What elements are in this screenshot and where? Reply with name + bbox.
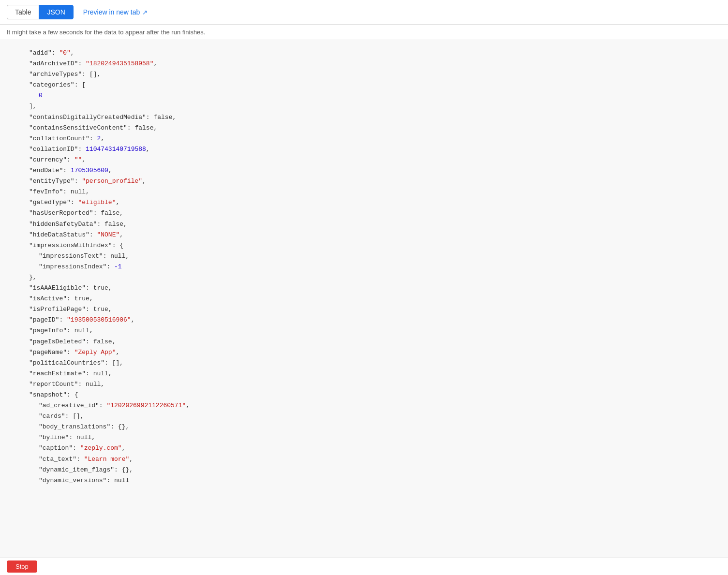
- toolbar: Table JSON Preview in new tab ↗: [0, 0, 728, 25]
- json-line: "collationID": 1104743140719588,: [10, 144, 718, 155]
- json-line: "politicalCountries": [],: [10, 358, 718, 369]
- json-line: "collationCount": 2,: [10, 133, 718, 144]
- json-line: ],: [10, 101, 718, 112]
- json-line: "hideDataStatus": "NONE",: [10, 230, 718, 240]
- json-line: "dynamic_versions": null: [10, 475, 718, 486]
- json-line: "pageName": "Zeply App",: [10, 347, 718, 358]
- external-link-icon: ↗: [142, 9, 148, 16]
- json-line: "reportCount": null,: [10, 379, 718, 390]
- json-line: 0: [10, 90, 718, 101]
- json-line: "containsDigitallyCreatedMedia": false,: [10, 112, 718, 123]
- json-line: "adid": "0",: [10, 48, 718, 59]
- json-line: "hasUserReported": false,: [10, 208, 718, 219]
- json-line: "impressionsWithIndex": {: [10, 240, 718, 251]
- json-line: "gatedType": "eligible",: [10, 197, 718, 208]
- json-line: "reachEstimate": null,: [10, 369, 718, 379]
- json-line: "endDate": 1705305600,: [10, 165, 718, 176]
- json-line: "adArchiveID": "1820249435158958",: [10, 59, 718, 69]
- json-line: "byline": null,: [10, 432, 718, 443]
- json-line: "isAAAEligible": true,: [10, 283, 718, 294]
- json-line: "snapshot": {: [10, 390, 718, 400]
- json-line: "entityType": "person_profile",: [10, 176, 718, 187]
- preview-new-tab-link[interactable]: Preview in new tab ↗: [83, 8, 148, 16]
- json-line: "archiveTypes": [],: [10, 69, 718, 80]
- json-line: "isActive": true,: [10, 294, 718, 304]
- json-line: "impressionsIndex": -1: [10, 262, 718, 272]
- json-line: "caption": "zeply.com",: [10, 443, 718, 454]
- json-line: "dynamic_item_flags": {},: [10, 465, 718, 475]
- json-line: "body_translations": {},: [10, 422, 718, 432]
- bottom-bar: Stop: [0, 558, 728, 575]
- json-line: "pageInfo": null,: [10, 325, 718, 336]
- json-line: "isProfilePage": true,: [10, 304, 718, 315]
- tab-table-button[interactable]: Table: [7, 5, 39, 19]
- json-line: "cards": [],: [10, 411, 718, 422]
- json-line: "categories": [: [10, 80, 718, 90]
- json-line: "cta_text": "Learn more",: [10, 454, 718, 465]
- json-viewer: "adid": "0","adArchiveID": "182024943515…: [0, 40, 728, 572]
- tab-json-button[interactable]: JSON: [39, 5, 73, 19]
- json-line: "impressionsText": null,: [10, 251, 718, 262]
- json-line: "fevInfo": null,: [10, 187, 718, 197]
- stop-button[interactable]: Stop: [7, 560, 37, 573]
- info-bar: It might take a few seconds for the data…: [0, 25, 728, 40]
- json-line: "pageIsDeleted": false,: [10, 337, 718, 347]
- json-line: },: [10, 272, 718, 283]
- info-message: It might take a few seconds for the data…: [7, 29, 205, 36]
- json-line: "pageID": "193500530516906",: [10, 315, 718, 325]
- json-line: "hiddenSafetyData": false,: [10, 219, 718, 230]
- preview-label: Preview in new tab: [83, 8, 140, 16]
- json-line: "ad_creative_id": "1202026992112260571",: [10, 400, 718, 411]
- json-line: "containsSensitiveContent": false,: [10, 123, 718, 133]
- json-line: "currency": "",: [10, 155, 718, 165]
